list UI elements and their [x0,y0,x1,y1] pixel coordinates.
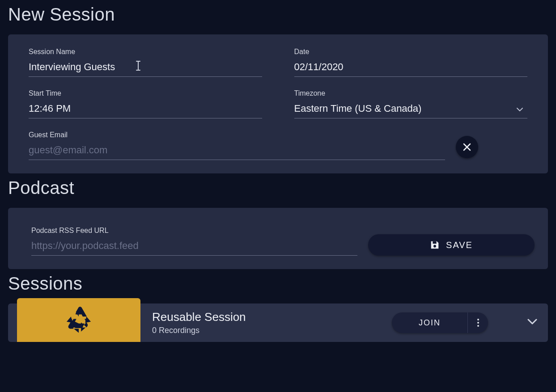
field-rss-url: Podcast RSS Feed URL [21,227,357,256]
save-button[interactable]: SAVE [368,234,535,256]
more-vertical-icon [477,318,480,327]
session-menu-button[interactable] [467,312,488,333]
svg-point-1 [433,245,436,248]
heading-sessions: Sessions [8,274,548,294]
input-date[interactable] [294,59,528,77]
chevron-down-icon [527,319,537,325]
heading-podcast: Podcast [8,178,548,198]
svg-point-2 [477,319,479,320]
join-button-group: JOIN [392,312,488,333]
label-timezone: Timezone [294,89,528,97]
svg-rect-0 [433,241,436,244]
label-rss-url: Podcast RSS Feed URL [31,227,357,235]
svg-point-4 [477,325,479,327]
session-row: Reusable Session 0 Recordings JOIN [8,303,548,342]
save-button-label: SAVE [446,240,473,250]
session-title: Reusable Session [152,310,246,324]
podcast-card: Podcast RSS Feed URL SAVE [8,208,548,269]
field-session-name: Session Name [20,48,271,77]
label-date: Date [294,48,528,56]
label-session-name: Session Name [29,48,262,56]
heading-new-session: New Session [8,4,548,25]
clear-guest-button[interactable] [456,136,478,158]
join-button[interactable]: JOIN [392,312,467,333]
input-session-name[interactable] [29,59,262,77]
close-icon [463,143,471,152]
field-date: Date [285,48,537,77]
svg-point-3 [477,322,479,324]
field-guest-email: Guest Email [20,131,445,160]
session-subtitle: 0 Recordings [152,326,246,335]
input-start-time[interactable] [29,100,262,118]
select-timezone[interactable] [294,100,528,118]
recycle-icon [65,306,93,334]
label-guest-email: Guest Email [29,131,445,139]
expand-session-button[interactable] [527,319,537,327]
field-start-time: Start Time [20,89,271,118]
input-rss-url[interactable] [31,237,357,256]
new-session-card: Session Name Date Start Time Timezone [8,34,548,173]
field-timezone: Timezone [285,89,537,118]
input-guest-email[interactable] [29,142,445,160]
save-icon [430,240,440,250]
label-start-time: Start Time [29,89,262,97]
join-button-label: JOIN [419,318,441,328]
session-thumbnail [17,298,140,342]
